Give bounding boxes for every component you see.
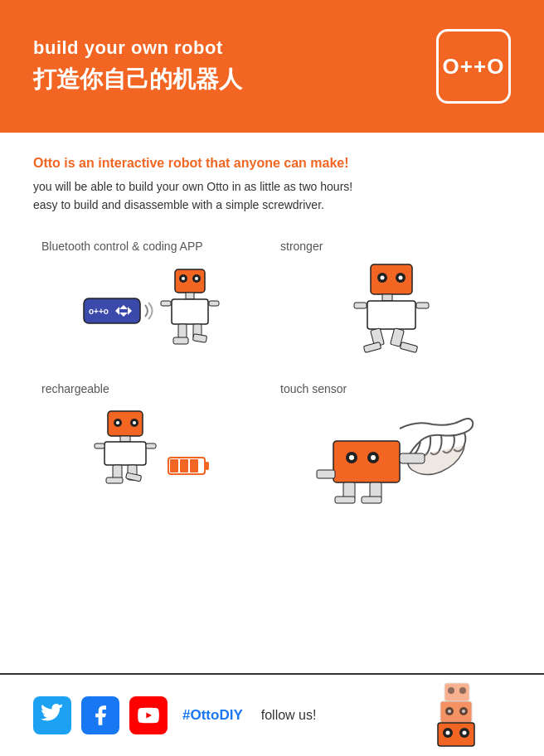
- svg-rect-39: [95, 443, 104, 448]
- footer-robot-decoration: [436, 679, 511, 753]
- svg-rect-55: [400, 453, 425, 463]
- svg-rect-6: [175, 269, 205, 293]
- twitter-icon[interactable]: [33, 696, 71, 734]
- touch-sensor-icon: [308, 404, 474, 511]
- svg-rect-19: [371, 264, 412, 294]
- header-text: build your own robot 打造你自己的机器人: [33, 37, 242, 95]
- robot-stronger-icon: [346, 261, 437, 361]
- robot-walk-icon: [157, 265, 223, 356]
- feature-rechargeable-img: [41, 404, 264, 503]
- svg-rect-17: [173, 337, 188, 344]
- svg-rect-59: [362, 497, 381, 503]
- svg-rect-11: [186, 293, 194, 299]
- feature-rechargeable: rechargeable: [33, 376, 272, 518]
- hashtag-text: #OttoDIY: [182, 707, 243, 724]
- footer: #OttoDIY follow us!: [0, 673, 544, 756]
- svg-rect-27: [416, 303, 429, 308]
- svg-point-35: [116, 421, 119, 424]
- svg-rect-24: [382, 294, 392, 301]
- svg-rect-40: [146, 443, 156, 448]
- youtube-svg: [137, 704, 160, 727]
- otto-logo: O++O: [436, 29, 511, 104]
- features-grid: Bluetooth control & coding APP o++o: [33, 233, 511, 518]
- tagline-sub-1: you will be able to build your own Otto …: [33, 177, 511, 196]
- header-subtitle: 打造你自己的机器人: [33, 64, 242, 95]
- tagline-bold: Otto is an interactive robot that anyone…: [33, 156, 511, 171]
- svg-point-69: [462, 710, 465, 713]
- svg-rect-49: [190, 459, 198, 472]
- svg-rect-47: [170, 459, 178, 472]
- svg-rect-60: [317, 470, 335, 478]
- follow-text: follow us!: [261, 708, 317, 723]
- svg-rect-38: [104, 442, 146, 465]
- svg-rect-30: [363, 342, 381, 352]
- svg-rect-25: [367, 301, 415, 329]
- feature-touch: touch sensor: [272, 376, 511, 518]
- svg-rect-50: [333, 441, 400, 482]
- feature-touch-label: touch sensor: [280, 382, 347, 395]
- svg-point-22: [381, 275, 385, 279]
- svg-point-53: [349, 455, 354, 460]
- feature-rechargeable-label: rechargeable: [41, 382, 109, 395]
- svg-point-73: [446, 730, 450, 734]
- svg-rect-26: [354, 303, 367, 308]
- facebook-svg: [89, 704, 112, 727]
- svg-text:o++o: o++o: [89, 307, 109, 316]
- svg-rect-18: [192, 333, 206, 342]
- svg-rect-48: [180, 459, 188, 472]
- svg-point-68: [448, 710, 451, 713]
- main-content: Otto is an interactive robot that anyone…: [0, 133, 544, 526]
- footer-robots-svg: [436, 679, 511, 749]
- svg-rect-46: [205, 462, 209, 470]
- svg-point-10: [195, 277, 198, 280]
- youtube-icon[interactable]: [129, 696, 168, 734]
- feature-bluetooth: Bluetooth control & coding APP o++o: [33, 233, 272, 367]
- svg-rect-43: [106, 477, 123, 483]
- otto-logo-text: O++O: [443, 54, 505, 80]
- feature-bluetooth-label: Bluetooth control & coding APP: [41, 240, 203, 253]
- svg-point-63: [448, 687, 454, 694]
- feature-bluetooth-img: o++o: [41, 261, 264, 361]
- feature-touch-img: [280, 404, 503, 511]
- svg-rect-58: [335, 497, 355, 503]
- svg-rect-31: [400, 342, 417, 352]
- svg-point-64: [459, 687, 466, 694]
- svg-point-9: [182, 277, 185, 280]
- facebook-icon[interactable]: [81, 696, 119, 734]
- svg-point-74: [463, 730, 467, 734]
- svg-rect-44: [125, 472, 141, 482]
- controller-icon: o++o: [82, 292, 157, 329]
- svg-rect-37: [120, 436, 130, 442]
- feature-stronger: stronger: [272, 233, 511, 367]
- tagline-sub-2: easy to build and disassemble with a sim…: [33, 196, 511, 214]
- svg-point-54: [371, 455, 376, 460]
- svg-rect-15: [178, 324, 187, 339]
- feature-stronger-label: stronger: [280, 240, 323, 253]
- robot-charge-icon: [93, 408, 163, 499]
- svg-rect-12: [172, 299, 208, 324]
- battery-icon: [168, 453, 213, 478]
- header-title: build your own robot: [33, 37, 242, 59]
- feature-stronger-img: [280, 261, 503, 361]
- twitter-svg: [41, 704, 64, 727]
- svg-rect-62: [444, 683, 469, 701]
- svg-rect-13: [161, 301, 171, 306]
- header: build your own robot 打造你自己的机器人 O++O: [0, 0, 544, 133]
- svg-point-36: [133, 421, 136, 424]
- svg-rect-14: [209, 301, 219, 306]
- svg-point-23: [399, 275, 403, 279]
